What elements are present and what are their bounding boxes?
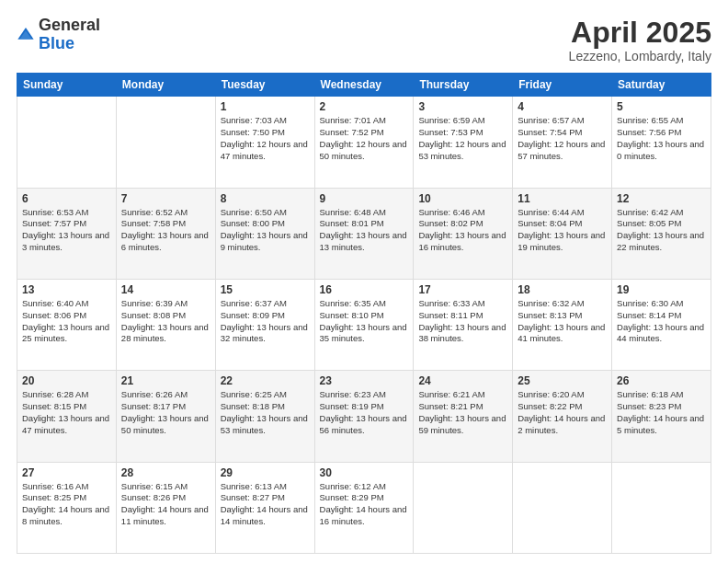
day-number: 29 [221,466,310,479]
day-info: Sunrise: 6:50 AM Sunset: 8:00 PM Dayligh… [221,207,310,254]
day-number: 21 [121,374,210,387]
day-info: Sunrise: 6:30 AM Sunset: 8:14 PM Dayligh… [617,298,706,345]
table-row: 13Sunrise: 6:40 AM Sunset: 8:06 PM Dayli… [17,279,117,370]
day-number: 28 [121,466,210,479]
table-row: 10Sunrise: 6:46 AM Sunset: 8:02 PM Dayli… [414,188,513,279]
day-number: 4 [518,100,607,113]
day-number: 12 [617,192,706,205]
day-number: 5 [617,100,706,113]
day-info: Sunrise: 6:35 AM Sunset: 8:10 PM Dayligh… [320,298,409,345]
day-info: Sunrise: 6:16 AM Sunset: 8:25 PM Dayligh… [22,481,111,528]
day-info: Sunrise: 6:25 AM Sunset: 8:18 PM Dayligh… [221,389,310,436]
day-number: 18 [518,283,607,296]
day-number: 19 [617,283,706,296]
day-info: Sunrise: 6:26 AM Sunset: 8:17 PM Dayligh… [121,389,210,436]
table-row: 15Sunrise: 6:37 AM Sunset: 8:09 PM Dayli… [215,279,314,370]
table-row: 23Sunrise: 6:23 AM Sunset: 8:19 PM Dayli… [314,371,414,462]
col-friday: Friday [513,74,612,97]
table-row: 5Sunrise: 6:55 AM Sunset: 7:56 PM Daylig… [612,97,711,188]
day-info: Sunrise: 6:13 AM Sunset: 8:27 PM Dayligh… [221,481,310,528]
logo-text: General Blue [39,17,100,53]
table-row: 19Sunrise: 6:30 AM Sunset: 8:14 PM Dayli… [612,279,711,370]
day-info: Sunrise: 6:48 AM Sunset: 8:01 PM Dayligh… [320,207,409,254]
day-info: Sunrise: 6:15 AM Sunset: 8:26 PM Dayligh… [121,481,210,528]
day-info: Sunrise: 6:28 AM Sunset: 8:15 PM Dayligh… [22,389,111,436]
logo: General Blue [17,17,100,53]
col-sunday: Sunday [17,74,117,97]
day-number: 6 [22,192,111,205]
table-row: 7Sunrise: 6:52 AM Sunset: 7:58 PM Daylig… [116,188,215,279]
table-row [414,462,513,553]
table-row: 1Sunrise: 7:03 AM Sunset: 7:50 PM Daylig… [215,97,314,188]
day-number: 17 [418,283,507,296]
day-number: 7 [121,192,210,205]
table-row: 22Sunrise: 6:25 AM Sunset: 8:18 PM Dayli… [215,371,314,462]
table-row [17,97,117,188]
day-number: 14 [121,283,210,296]
table-row: 3Sunrise: 6:59 AM Sunset: 7:53 PM Daylig… [414,97,513,188]
col-monday: Monday [116,74,215,97]
table-row: 25Sunrise: 6:20 AM Sunset: 8:22 PM Dayli… [513,371,612,462]
generalblue-icon [17,26,35,44]
page: General Blue April 2025 Lezzeno, Lombard… [0,0,728,563]
table-row: 26Sunrise: 6:18 AM Sunset: 8:23 PM Dayli… [612,371,711,462]
day-info: Sunrise: 6:55 AM Sunset: 7:56 PM Dayligh… [617,115,706,162]
col-thursday: Thursday [414,74,513,97]
day-info: Sunrise: 6:59 AM Sunset: 7:53 PM Dayligh… [418,115,507,162]
day-number: 9 [320,192,409,205]
calendar-week-row: 27Sunrise: 6:16 AM Sunset: 8:25 PM Dayli… [17,462,711,553]
col-tuesday: Tuesday [215,74,314,97]
day-number: 13 [22,283,111,296]
table-row [116,97,215,188]
table-row: 8Sunrise: 6:50 AM Sunset: 8:00 PM Daylig… [215,188,314,279]
day-number: 2 [320,100,409,113]
table-row: 18Sunrise: 6:32 AM Sunset: 8:13 PM Dayli… [513,279,612,370]
table-row: 14Sunrise: 6:39 AM Sunset: 8:08 PM Dayli… [116,279,215,370]
day-number: 10 [418,192,507,205]
day-number: 30 [320,466,409,479]
day-info: Sunrise: 6:52 AM Sunset: 7:58 PM Dayligh… [121,207,210,254]
day-info: Sunrise: 7:01 AM Sunset: 7:52 PM Dayligh… [320,115,409,162]
calendar-header-row: Sunday Monday Tuesday Wednesday Thursday… [17,74,711,97]
table-row [612,462,711,553]
location: Lezzeno, Lombardy, Italy [569,49,711,63]
day-info: Sunrise: 6:37 AM Sunset: 8:09 PM Dayligh… [221,298,310,345]
day-info: Sunrise: 6:20 AM Sunset: 8:22 PM Dayligh… [518,389,607,436]
day-info: Sunrise: 6:39 AM Sunset: 8:08 PM Dayligh… [121,298,210,345]
table-row: 4Sunrise: 6:57 AM Sunset: 7:54 PM Daylig… [513,97,612,188]
day-number: 25 [518,374,607,387]
table-row: 9Sunrise: 6:48 AM Sunset: 8:01 PM Daylig… [314,188,414,279]
month-title: April 2025 [569,17,711,49]
day-info: Sunrise: 6:18 AM Sunset: 8:23 PM Dayligh… [617,389,706,436]
calendar-table: Sunday Monday Tuesday Wednesday Thursday… [17,73,711,554]
table-row: 24Sunrise: 6:21 AM Sunset: 8:21 PM Dayli… [414,371,513,462]
day-info: Sunrise: 6:46 AM Sunset: 8:02 PM Dayligh… [418,207,507,254]
calendar-week-row: 1Sunrise: 7:03 AM Sunset: 7:50 PM Daylig… [17,97,711,188]
day-number: 24 [418,374,507,387]
day-number: 22 [221,374,310,387]
day-info: Sunrise: 6:32 AM Sunset: 8:13 PM Dayligh… [518,298,607,345]
day-number: 1 [221,100,310,113]
table-row: 28Sunrise: 6:15 AM Sunset: 8:26 PM Dayli… [116,462,215,553]
day-info: Sunrise: 6:33 AM Sunset: 8:11 PM Dayligh… [418,298,507,345]
day-info: Sunrise: 7:03 AM Sunset: 7:50 PM Dayligh… [221,115,310,162]
day-info: Sunrise: 6:44 AM Sunset: 8:04 PM Dayligh… [518,207,607,254]
table-row: 30Sunrise: 6:12 AM Sunset: 8:29 PM Dayli… [314,462,414,553]
table-row: 27Sunrise: 6:16 AM Sunset: 8:25 PM Dayli… [17,462,117,553]
title-block: April 2025 Lezzeno, Lombardy, Italy [569,17,711,63]
day-info: Sunrise: 6:57 AM Sunset: 7:54 PM Dayligh… [518,115,607,162]
day-info: Sunrise: 6:21 AM Sunset: 8:21 PM Dayligh… [418,389,507,436]
day-info: Sunrise: 6:40 AM Sunset: 8:06 PM Dayligh… [22,298,111,345]
calendar-week-row: 13Sunrise: 6:40 AM Sunset: 8:06 PM Dayli… [17,279,711,370]
day-number: 16 [320,283,409,296]
day-number: 3 [418,100,507,113]
table-row: 11Sunrise: 6:44 AM Sunset: 8:04 PM Dayli… [513,188,612,279]
day-info: Sunrise: 6:42 AM Sunset: 8:05 PM Dayligh… [617,207,706,254]
day-number: 15 [221,283,310,296]
day-number: 20 [22,374,111,387]
day-info: Sunrise: 6:53 AM Sunset: 7:57 PM Dayligh… [22,207,111,254]
day-number: 11 [518,192,607,205]
day-info: Sunrise: 6:23 AM Sunset: 8:19 PM Dayligh… [320,389,409,436]
day-number: 27 [22,466,111,479]
table-row: 16Sunrise: 6:35 AM Sunset: 8:10 PM Dayli… [314,279,414,370]
